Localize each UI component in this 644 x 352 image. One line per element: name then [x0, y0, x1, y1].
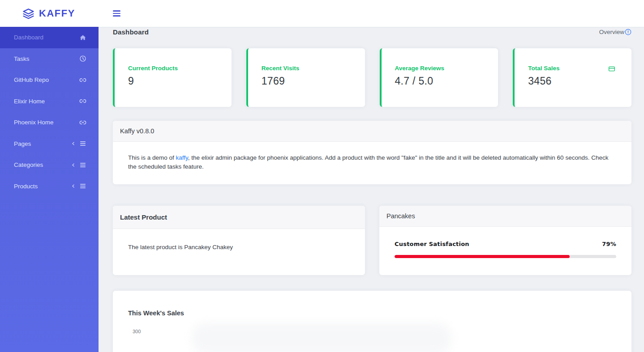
- weekly-sales-card: This Week's Sales 300: [113, 291, 631, 352]
- top-navbar: KAFFY: [0, 0, 644, 27]
- brand-name: KAFFY: [39, 8, 75, 19]
- satisfaction-progress-fill: [395, 255, 570, 258]
- sidebar-item-tasks[interactable]: Tasks: [0, 48, 99, 70]
- kaffy-version-card-body: This is a demo of kaffy, the elixir admi…: [113, 142, 631, 184]
- stat-value: 1769: [262, 75, 352, 87]
- clock-icon: [79, 55, 86, 62]
- sidebar-item-label: Categories: [14, 161, 43, 168]
- main-content: Dashboard Overview Current Products9Rece…: [99, 27, 644, 352]
- sidebar: DashboardTasksGitHub RepoElixir HomePhoe…: [0, 27, 99, 352]
- stat-value: 3456: [528, 75, 618, 87]
- kaffy-version-card-title: Kaffy v0.8.0: [113, 121, 631, 142]
- sidebar-item-categories[interactable]: Categories: [0, 154, 99, 176]
- page-title: Dashboard: [113, 28, 149, 36]
- sidebar-item-icons: [79, 119, 86, 126]
- credit-card-icon: [608, 65, 615, 72]
- pancakes-card: Pancakes Customer Satisfaction 79%: [379, 206, 631, 275]
- brand-logo[interactable]: KAFFY: [0, 8, 99, 20]
- latest-product-card: Latest Product The latest product is Pan…: [113, 206, 365, 275]
- stat-card-current-products: Current Products9: [113, 48, 232, 107]
- stat-card-total-sales: Total Sales3456: [513, 48, 631, 107]
- stat-value: 9: [128, 75, 218, 87]
- chart-overlay-ghost: [192, 323, 451, 352]
- sidebar-item-icons: [79, 34, 86, 41]
- sidebar-item-elixir-home[interactable]: Elixir Home: [0, 91, 99, 112]
- stat-title: Total Sales: [528, 65, 618, 72]
- link-icon: [79, 76, 86, 84]
- stat-card-recent-visits: Recent Visits1769: [246, 48, 365, 107]
- stat-value: 4.7 / 5.0: [395, 75, 485, 87]
- sidebar-item-label: Pages: [14, 140, 31, 147]
- list-icon: [79, 161, 86, 169]
- latest-product-title: Latest Product: [113, 206, 365, 229]
- chevron-left-icon: [71, 163, 76, 167]
- weekly-sales-title: This Week's Sales: [128, 310, 616, 317]
- sidebar-item-label: Phoenix Home: [14, 119, 54, 126]
- stats-row: Current Products9Recent Visits1769Averag…: [113, 48, 631, 107]
- chevron-left-icon: [71, 184, 76, 188]
- sidebar-item-label: Elixir Home: [14, 98, 45, 105]
- stat-title: Current Products: [128, 65, 218, 72]
- sidebar-item-label: Tasks: [14, 55, 30, 62]
- satisfaction-value: 79%: [602, 240, 616, 249]
- satisfaction-label: Customer Satisfaction: [395, 240, 469, 249]
- menu-toggle-icon[interactable]: [111, 8, 122, 18]
- overview-link: Overview: [599, 29, 631, 35]
- sidebar-item-label: GitHub Repo: [14, 76, 49, 83]
- kaffy-version-card: Kaffy v0.8.0 This is a demo of kaffy, th…: [113, 121, 631, 184]
- chart-axis-tick: 300: [133, 329, 143, 334]
- chevron-left-icon: [71, 141, 76, 146]
- sidebar-item-icons: [71, 161, 86, 169]
- layers-icon: [22, 8, 34, 20]
- sidebar-item-icons: [79, 55, 86, 62]
- sidebar-item-icons: [79, 76, 86, 84]
- overview-label: Overview: [599, 29, 624, 35]
- home-icon: [79, 34, 86, 41]
- sidebar-item-label: Dashboard: [14, 34, 43, 41]
- sidebar-item-icons: [79, 98, 86, 105]
- sidebar-item-phoenix-home[interactable]: Phoenix Home: [0, 112, 99, 133]
- sidebar-item-products[interactable]: Products: [0, 176, 99, 197]
- stat-title: Average Reviews: [395, 65, 485, 72]
- sidebar-item-github-repo[interactable]: GitHub Repo: [0, 69, 99, 91]
- demo-text-before: This is a demo of: [128, 154, 176, 161]
- info-icon[interactable]: [625, 29, 631, 35]
- sidebar-item-label: Products: [14, 183, 38, 190]
- sidebar-item-pages[interactable]: Pages: [0, 133, 99, 155]
- sidebar-item-icons: [71, 182, 86, 190]
- link-icon: [79, 119, 86, 126]
- stat-title: Recent Visits: [262, 65, 352, 72]
- list-icon: [79, 140, 86, 147]
- sidebar-item-dashboard[interactable]: Dashboard: [0, 27, 99, 48]
- pancakes-title: Pancakes: [379, 206, 631, 227]
- kaffy-link[interactable]: kaffy: [176, 154, 188, 161]
- satisfaction-progress-track: [395, 255, 616, 258]
- sidebar-item-icons: [71, 140, 86, 147]
- stat-card-average-reviews: Average Reviews4.7 / 5.0: [380, 48, 498, 107]
- demo-text-after: , the elixir admin package for phoenix a…: [128, 154, 608, 170]
- latest-product-body: The latest product is Pancakey Chakey: [113, 229, 365, 266]
- link-icon: [79, 98, 86, 105]
- list-icon: [79, 182, 86, 190]
